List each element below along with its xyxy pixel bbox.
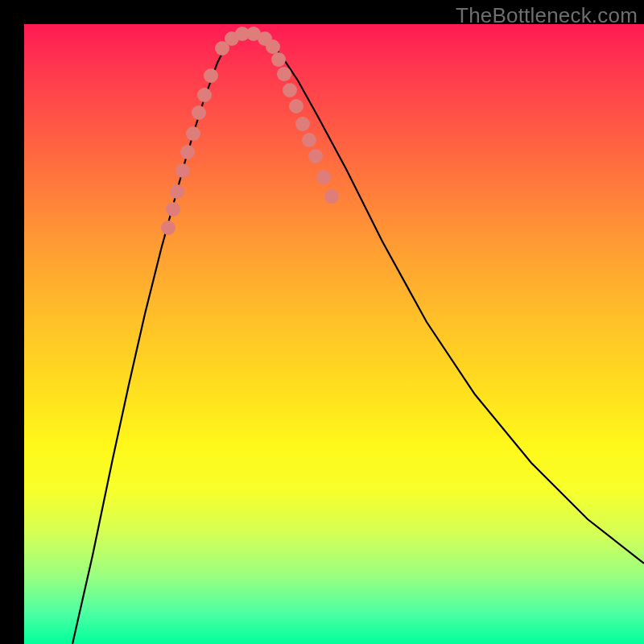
scatter-dot (170, 184, 184, 199)
scatter-dot (289, 99, 303, 114)
scatter-dot (295, 117, 310, 131)
scatter-dot (277, 67, 291, 81)
scatter-dot (166, 202, 180, 217)
scatter-dot (161, 221, 175, 235)
watermark-label: TheBottleneck.com (456, 3, 638, 28)
scatter-dot (197, 88, 212, 102)
chart-frame: TheBottleneck.com (0, 0, 644, 644)
scatter-dot (308, 149, 323, 163)
scatter-dot (266, 39, 280, 54)
scatter-dot (180, 145, 195, 159)
scatter-dot (175, 163, 190, 178)
scatter-dot (192, 105, 206, 120)
scatter-dot (283, 83, 297, 97)
chart-svg (24, 24, 644, 644)
scatter-dot (271, 52, 286, 67)
scatter-dot (302, 133, 316, 147)
scatter-dot (204, 68, 218, 83)
scatter-dot (324, 189, 339, 204)
bottleneck-curve (72, 34, 644, 644)
scatter-dot (186, 126, 200, 141)
plot-area (24, 24, 644, 644)
scatter-dots (161, 27, 339, 235)
scatter-dot (316, 170, 331, 184)
